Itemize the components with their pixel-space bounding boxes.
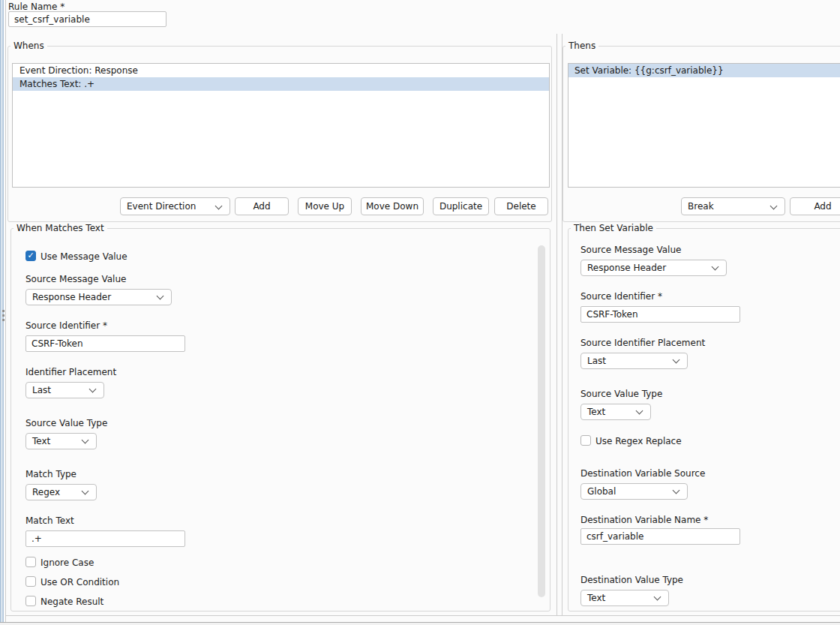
chevron-down-icon [89,386,97,393]
whens-move-down-button[interactable]: Move Down [361,197,424,215]
whens-panel-right-border [556,34,557,615]
destination-variable-source-select[interactable]: Global [580,483,688,500]
destination-variable-name-input[interactable] [580,528,740,545]
vertical-splitter[interactable] [0,0,4,622]
then-source-value-type-label: Source Value Type [580,389,662,399]
splitter-grip-dot [2,314,4,317]
source-identifier-label: Source Identifier * [26,320,107,331]
thens-group-title: Thens [566,41,598,52]
ignore-case-label: Ignore Case [40,557,94,568]
panels-bottom-border [5,615,840,616]
rule-name-label: Rule Name * [8,2,64,12]
thens-list[interactable]: Set Variable: {{g:csrf_variable}} [568,63,840,188]
use-or-condition-label: Use OR Condition [40,577,119,587]
match-type-label: Match Type [26,469,76,479]
whens-duplicate-button[interactable]: Duplicate [433,197,489,215]
splitter-grip-dot [2,310,4,312]
when-editor-scrollbar-thumb[interactable] [538,245,545,597]
use-or-condition-checkbox[interactable] [26,576,36,587]
panel-left-border [5,0,6,623]
chevron-down-icon [215,203,223,210]
whens-group-title: Whens [10,41,47,52]
chevron-down-icon [654,593,662,601]
then-source-message-value-select[interactable]: Response Header [580,260,727,276]
source-message-value-label: Source Message Value [26,274,126,284]
chevron-down-icon [673,356,680,364]
chevron-down-icon [82,437,89,444]
whens-add-button[interactable]: Add [235,197,289,215]
chevron-down-icon [770,203,778,210]
use-regex-replace-checkbox[interactable] [580,435,591,446]
rule-name-input[interactable] [8,11,166,27]
negate-result-label: Negate Result [40,596,104,607]
chevron-down-icon [82,488,89,495]
match-type-select[interactable]: Regex [26,484,97,500]
identifier-placement-label: Identifier Placement [26,367,116,377]
destination-value-type-label: Destination Value Type [580,575,683,585]
whens-move-up-button[interactable]: Move Up [298,197,352,215]
then-source-value-type-select[interactable]: Text [580,404,651,420]
chevron-down-icon [673,487,680,494]
destination-variable-source-label: Destination Variable Source [580,468,705,479]
then-source-identifier-input[interactable] [580,306,740,323]
use-message-value-checkbox[interactable]: ✓ [26,251,36,261]
then-source-message-value-label: Source Message Value [580,245,681,255]
use-message-value-label: Use Message Value [40,251,128,262]
destination-variable-name-label: Destination Variable Name * [580,515,708,525]
chevron-down-icon [636,407,644,415]
whens-delete-button[interactable]: Delete [494,197,548,215]
source-message-value-select[interactable]: Response Header [26,289,172,305]
rule-editor-dialog: { "header": { "rule_name_label": "Rule N… [0,0,840,625]
source-value-type-label: Source Value Type [26,418,107,428]
match-text-label: Match Text [26,515,74,526]
source-value-type-select[interactable]: Text [26,433,97,449]
use-regex-replace-label: Use Regex Replace [596,436,682,446]
when-type-select[interactable]: Event Direction [120,197,230,215]
match-text-input[interactable] [26,530,185,547]
when-matches-text-group-title: When Matches Text [14,223,107,234]
thens-add-button[interactable]: Add [790,197,840,215]
source-identifier-placement-select[interactable]: Last [580,353,688,369]
destination-value-type-select[interactable]: Text [580,590,669,606]
then-set-variable-group-title: Then Set Variable [571,223,656,234]
source-identifier-input[interactable] [26,335,185,352]
ignore-case-checkbox[interactable] [26,557,36,567]
chevron-down-icon [712,263,719,271]
then-source-identifier-label: Source Identifier * [580,291,662,302]
negate-result-checkbox[interactable] [26,596,36,606]
whens-list[interactable]: Event Direction: Response Matches Text: … [12,63,550,188]
identifier-placement-select[interactable]: Last [26,382,104,398]
source-identifier-placement-label: Source Identifier Placement [580,338,705,348]
whens-list-item[interactable]: Event Direction: Response [13,64,549,77]
check-icon: ✓ [27,251,34,260]
dialog-bottom-bar [0,622,840,625]
thens-list-item-selected[interactable]: Set Variable: {{g:csrf_variable}} [568,64,840,77]
then-set-variable-group: Then Set Variable Source Message Value R… [568,228,840,611]
whens-list-item-selected[interactable]: Matches Text: .+ [13,77,549,91]
chevron-down-icon [157,293,164,300]
when-matches-text-group: When Matches Text ✓ Use Message Value So… [10,228,550,611]
splitter-grip-dot [2,319,4,321]
then-type-select[interactable]: Break [681,197,785,215]
